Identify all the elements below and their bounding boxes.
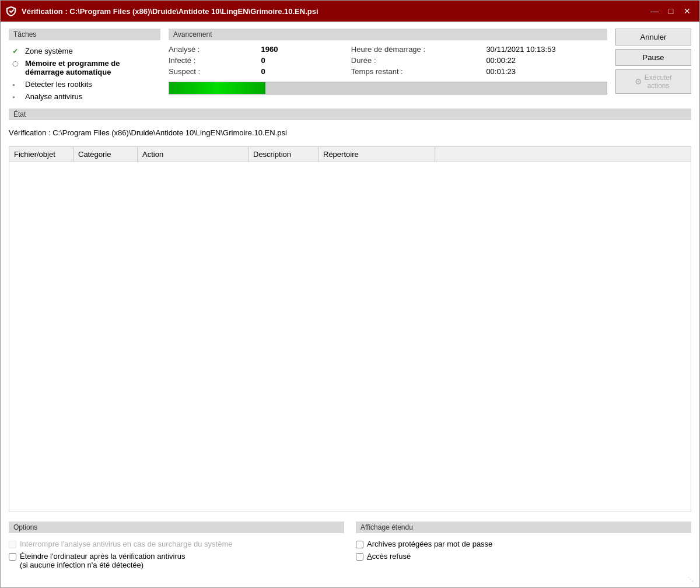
- affichage-panel: Affichage étendu Archives protégées par …: [356, 522, 691, 571]
- restant-label: Temps restant :: [351, 67, 477, 76]
- options-panel: Options Interrompre l'analyse antivirus …: [9, 522, 344, 571]
- task-spinner-icon: ◌: [12, 60, 22, 68]
- task-item-rootkits: ● Détecter les rootkits: [9, 78, 160, 90]
- heure-value: 30/11/2021 10:13:53: [486, 45, 607, 54]
- option-eteindre-label: Éteindre l'ordinateur après la vérificat…: [20, 552, 186, 569]
- main-window: Vérification : C:\Program Files (x86)\Dr…: [0, 0, 700, 588]
- col-repertoire-header: Répertoire: [318, 147, 435, 162]
- tasks-panel: Tâches ✓ Zone système ◌ Mémoire et progr…: [9, 29, 160, 103]
- col-categorie-header: Catégorie: [74, 147, 138, 162]
- etat-status-text: Vérification : C:\Program Files (x86)\Dr…: [9, 125, 691, 141]
- affichage-acces-checkbox[interactable]: [356, 553, 363, 561]
- option-eteindre-checkbox[interactable]: [9, 553, 16, 561]
- duree-label: Durée :: [351, 56, 477, 65]
- task-bullet-icon-1: ●: [12, 82, 22, 88]
- task-bullet-icon-2: ●: [12, 94, 22, 100]
- infecte-label: Infecté :: [169, 56, 252, 65]
- infecte-value: 0: [261, 56, 342, 65]
- option-interrompre-checkbox[interactable]: [9, 541, 16, 548]
- option-interrompre-label: Interrompre l'analyse antivirus en cas d…: [20, 540, 233, 548]
- progress-header: Avancement: [169, 29, 607, 40]
- option-interrompre: Interrompre l'analyse antivirus en cas d…: [9, 538, 344, 550]
- affichage-archives-checkbox[interactable]: [356, 541, 363, 548]
- task-item-zone: ✓ Zone système: [9, 45, 160, 57]
- option-eteindre: Éteindre l'ordinateur après la vérificat…: [9, 550, 344, 571]
- table-body[interactable]: [9, 162, 691, 512]
- pause-button[interactable]: Pause: [615, 49, 691, 66]
- progress-bar-fill: [169, 82, 265, 94]
- affichage-archives: Archives protégées par mot de passe: [356, 538, 691, 550]
- executer-label: Exécuter actions: [645, 74, 672, 90]
- heure-label: Heure de démarrage :: [351, 45, 477, 54]
- suspect-label: Suspect :: [169, 67, 252, 76]
- restant-value: 00:01:23: [486, 67, 607, 76]
- tasks-header: Tâches: [9, 29, 160, 40]
- affichage-archives-label: Archives protégées par mot de passe: [367, 540, 492, 548]
- app-icon: [5, 5, 17, 17]
- progress-bar-container: [169, 82, 607, 94]
- affichage-acces: Accès refusé: [356, 550, 691, 562]
- duree-value: 00:00:22: [486, 56, 607, 65]
- window-controls: — □ ✕: [647, 4, 695, 19]
- task-item-memoire: ◌ Mémoire et programme de démarrage auto…: [9, 57, 160, 78]
- affichage-header: Affichage étendu: [356, 522, 691, 533]
- etat-header: État: [9, 108, 691, 120]
- top-section: Tâches ✓ Zone système ◌ Mémoire et progr…: [9, 29, 691, 103]
- col-description-header: Description: [249, 147, 318, 162]
- gear-icon: ⚙: [635, 77, 642, 86]
- progress-grid: Analysé : 1960 Heure de démarrage : 30/1…: [169, 45, 607, 76]
- analyse-value: 1960: [261, 45, 342, 54]
- progress-panel: Avancement Analysé : 1960 Heure de démar…: [169, 29, 607, 103]
- bottom-section: Options Interrompre l'analyse antivirus …: [9, 518, 691, 571]
- options-header: Options: [9, 522, 344, 533]
- col-fichier-header: Fichier/objet: [9, 147, 74, 162]
- suspect-value: 0: [261, 67, 342, 76]
- task-zone-label: Zone système: [25, 47, 73, 55]
- maximize-button[interactable]: □: [663, 4, 678, 19]
- titlebar: Vérification : C:\Program Files (x86)\Dr…: [1, 1, 699, 22]
- resize-handle[interactable]: ⋱: [688, 576, 695, 583]
- etat-section: État Vérification : C:\Program Files (x8…: [9, 108, 691, 141]
- task-check-icon: ✓: [12, 47, 22, 55]
- task-item-antivirus: ● Analyse antivirus: [9, 90, 160, 103]
- task-antivirus-label: Analyse antivirus: [25, 92, 82, 101]
- close-button[interactable]: ✕: [680, 4, 695, 19]
- window-title: Vérification : C:\Program Files (x86)\Dr…: [22, 7, 647, 16]
- task-memoire-label: Mémoire et programme de démarrage automa…: [25, 59, 157, 76]
- affichage-acces-label: Accès refusé: [367, 552, 411, 561]
- col-rest-header: [435, 147, 691, 162]
- buttons-panel: Annuler Pause ⚙ Exécuter actions: [615, 29, 691, 103]
- table-header: Fichier/objet Catégorie Action Descripti…: [9, 147, 691, 162]
- table-section: Fichier/objet Catégorie Action Descripti…: [9, 146, 691, 512]
- task-rootkits-label: Détecter les rootkits: [25, 80, 92, 89]
- col-action-header: Action: [138, 147, 249, 162]
- main-content: Tâches ✓ Zone système ◌ Mémoire et progr…: [1, 22, 699, 578]
- analyse-label: Analysé :: [169, 45, 252, 54]
- executer-button: ⚙ Exécuter actions: [615, 69, 691, 94]
- annuler-button[interactable]: Annuler: [615, 29, 691, 46]
- minimize-button[interactable]: —: [647, 4, 662, 19]
